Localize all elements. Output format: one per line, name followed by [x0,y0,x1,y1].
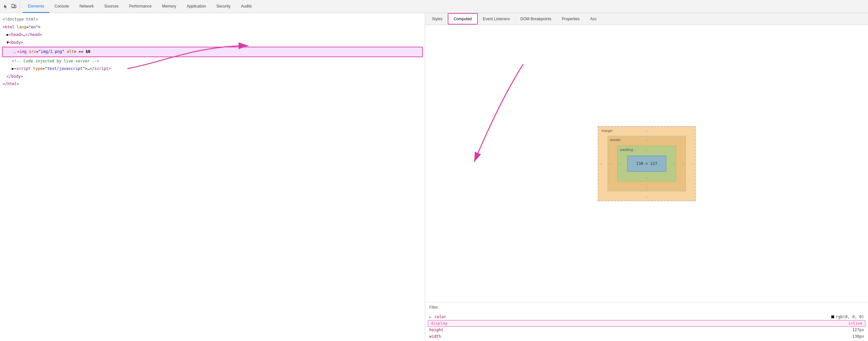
body-close-line[interactable]: </body> [1,73,424,81]
margin-label: margin [602,129,613,133]
cursor-icon[interactable] [3,3,9,10]
sub-tab-properties[interactable]: Properties [557,13,585,25]
toolbar-icons [3,3,20,10]
prop-row-width[interactable]: width 130px [425,333,868,340]
content-box: 130 × 127 [627,156,666,172]
tab-elements[interactable]: Elements [23,0,49,13]
box-model-area: margin - - - - border - - - - [425,25,868,302]
border-bottom-value: - [646,185,647,190]
svg-rect-1 [15,5,16,8]
doctype-line[interactable]: <!doctype html> [1,16,424,24]
sub-tab-accessibility[interactable]: Acc [585,13,602,25]
sub-tab-event-listeners[interactable]: Event Listeners [478,13,516,25]
padding-bottom-value: - [646,176,647,180]
prop-row-height[interactable]: height 127px [425,327,868,333]
sub-tab-dom-breakpoints[interactable]: DOM Breakpoints [515,13,557,25]
margin-right-value: - [692,162,693,166]
main-tabs: Elements Console Network Sources Perform… [23,0,865,13]
elements-panel: <!doctype html> <html lang="en"> ▶ <head… [0,13,425,341]
prop-row-display[interactable]: display inline [428,320,865,327]
prop-name-color: color [434,314,633,319]
padding-top-value: - [646,148,647,151]
elements-content: <!doctype html> <html lang="en"> ▶ <head… [0,13,425,341]
prop-name-height: height [429,328,641,332]
devtools-toolbar: Elements Console Network Sources Perform… [0,0,868,13]
tab-performance[interactable]: Performance [124,0,157,13]
prop-value-width: 130px [852,334,864,339]
tab-network[interactable]: Network [74,0,99,13]
css-properties: ▶ color rgb(0, 0, 0) display inline heig… [425,312,868,341]
padding-label: padding - [620,148,635,151]
tab-memory[interactable]: Memory [157,0,181,13]
tab-security[interactable]: Security [211,0,236,13]
prop-value-height: 127px [852,328,864,332]
head-line[interactable]: ▶ <head> … </head> [1,31,424,39]
tab-application[interactable]: Application [181,0,211,13]
html-close-line[interactable]: </html> [1,80,424,88]
html-open-line[interactable]: <html lang="en"> [1,24,424,31]
sub-tab-styles[interactable]: Styles [427,13,448,25]
computed-panel: Styles Computed Event Listeners DOM Brea… [425,13,868,341]
margin-top-value: - [646,129,647,133]
comment-line[interactable]: <!-- Code injected by live-server --> [1,58,424,65]
border-left-value: - [610,162,611,166]
prop-row-color[interactable]: ▶ color rgb(0, 0, 0) [425,313,868,320]
body-open-line[interactable]: ▼ <body> [1,39,424,47]
padding-left-value: - [619,162,621,166]
box-model-diagram: margin - - - - border - - - - [598,126,696,201]
device-icon[interactable] [10,3,17,10]
tab-sources[interactable]: Sources [99,0,124,13]
script-line[interactable]: ▶ <script type="text/javascript">…</scri… [1,65,424,73]
prop-value-display: inline [848,321,863,326]
content-size: 130 × 127 [636,161,657,166]
img-line[interactable]: … <img src="img/1.png" alt> == $0 [2,47,423,57]
filter-area: Filter [425,302,868,312]
border-top-value: - [646,138,647,142]
border-label: border [611,138,621,142]
prop-toggle-color[interactable]: ▶ [429,315,433,319]
devtools-window: Elements Console Network Sources Perform… [0,0,868,341]
margin-left-value: - [600,162,602,166]
sub-tab-computed[interactable]: Computed [448,13,477,25]
prop-value-color: rgb(0, 0, 0) [836,314,864,319]
color-swatch-black [831,315,834,318]
filter-label: Filter [429,305,438,310]
padding-right-value: - [673,162,674,166]
tab-console[interactable]: Console [49,0,74,13]
prop-name-display: display [431,321,640,326]
prop-name-width: width [429,334,641,339]
sub-tabs: Styles Computed Event Listeners DOM Brea… [425,13,868,25]
devtools-main: <!doctype html> <html lang="en"> ▶ <head… [0,13,868,341]
border-right-value: - [683,162,684,166]
tab-audits[interactable]: Audits [236,0,257,13]
margin-bottom-value: - [646,195,647,199]
